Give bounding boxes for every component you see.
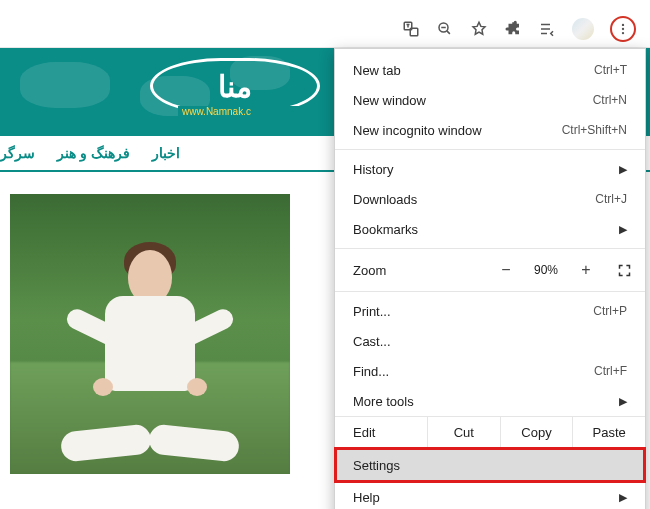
edit-label: Edit <box>335 425 427 440</box>
menu-accel: Ctrl+J <box>595 192 627 206</box>
submenu-arrow-icon: ▶ <box>619 395 627 408</box>
submenu-arrow-icon: ▶ <box>619 491 627 504</box>
menu-edit-row: Edit Cut Copy Paste <box>335 416 645 448</box>
menu-label: New incognito window <box>353 123 562 138</box>
menu-label: Bookmarks <box>353 222 611 237</box>
logo-url: www.Namnak.c <box>178 106 348 117</box>
menu-accel: Ctrl+N <box>593 93 627 107</box>
menu-history[interactable]: History ▶ <box>335 154 645 184</box>
menu-label: Find... <box>353 364 594 379</box>
menu-label: More tools <box>353 394 611 409</box>
star-icon[interactable] <box>470 20 488 38</box>
menu-accel: Ctrl+F <box>594 364 627 378</box>
menu-print[interactable]: Print... Ctrl+P <box>335 296 645 326</box>
menu-label: History <box>353 162 611 177</box>
menu-label: Help <box>353 490 611 505</box>
svg-point-4 <box>622 27 624 29</box>
menu-separator <box>335 291 645 292</box>
menu-label: New window <box>353 93 593 108</box>
zoom-in-button[interactable]: + <box>569 261 603 279</box>
article-image <box>10 194 290 474</box>
zoom-value: 90% <box>523 263 569 277</box>
site-logo[interactable]: منا www.Namnak.c <box>150 58 320 125</box>
menu-accel: Ctrl+T <box>594 63 627 77</box>
submenu-arrow-icon: ▶ <box>619 163 627 176</box>
browser-toolbar <box>0 10 650 48</box>
menu-find[interactable]: Find... Ctrl+F <box>335 356 645 386</box>
more-menu-button[interactable] <box>610 16 636 42</box>
logo-text: منا <box>218 69 252 104</box>
svg-point-5 <box>622 31 624 33</box>
menu-downloads[interactable]: Downloads Ctrl+J <box>335 184 645 214</box>
zoom-label: Zoom <box>353 263 489 278</box>
menu-accel: Ctrl+Shift+N <box>562 123 627 137</box>
menu-zoom: Zoom − 90% + <box>335 253 645 287</box>
menu-new-window[interactable]: New window Ctrl+N <box>335 85 645 115</box>
menu-new-tab[interactable]: New tab Ctrl+T <box>335 55 645 85</box>
edit-cut[interactable]: Cut <box>427 417 500 447</box>
menu-settings[interactable]: Settings <box>335 448 645 482</box>
edit-paste[interactable]: Paste <box>572 417 645 447</box>
menu-separator <box>335 248 645 249</box>
submenu-arrow-icon: ▶ <box>619 223 627 236</box>
translate-icon[interactable] <box>402 20 420 38</box>
nav-item[interactable]: اخبار <box>152 145 180 161</box>
menu-label: Cast... <box>353 334 627 349</box>
zoom-out-icon[interactable] <box>436 20 454 38</box>
menu-label: New tab <box>353 63 594 78</box>
menu-label: Print... <box>353 304 593 319</box>
menu-accel: Ctrl+P <box>593 304 627 318</box>
fullscreen-button[interactable] <box>603 263 645 278</box>
nav-item[interactable]: سرگر <box>0 145 35 161</box>
menu-more-tools[interactable]: More tools ▶ <box>335 386 645 416</box>
chrome-menu: New tab Ctrl+T New window Ctrl+N New inc… <box>334 48 646 509</box>
svg-point-3 <box>622 23 624 25</box>
menu-label: Downloads <box>353 192 595 207</box>
profile-avatar[interactable] <box>572 18 594 40</box>
reading-list-icon[interactable] <box>538 20 556 38</box>
nav-item[interactable]: فرهنگ و هنر <box>57 145 130 161</box>
menu-help[interactable]: Help ▶ <box>335 482 645 509</box>
zoom-out-button[interactable]: − <box>489 261 523 279</box>
menu-cast[interactable]: Cast... <box>335 326 645 356</box>
menu-label: Settings <box>353 458 400 473</box>
puzzle-icon[interactable] <box>504 20 522 38</box>
edit-copy[interactable]: Copy <box>500 417 573 447</box>
menu-separator <box>335 149 645 150</box>
menu-bookmarks[interactable]: Bookmarks ▶ <box>335 214 645 244</box>
menu-incognito[interactable]: New incognito window Ctrl+Shift+N <box>335 115 645 145</box>
